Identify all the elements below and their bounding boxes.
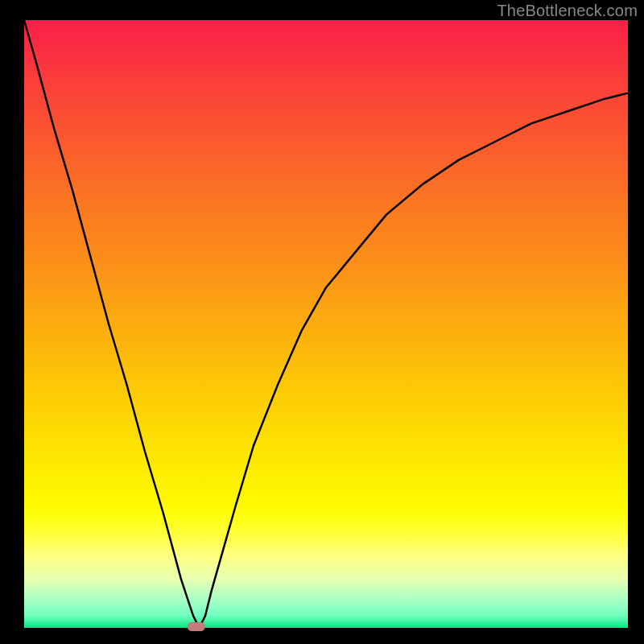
watermark-text: TheBottleneck.com — [497, 2, 638, 20]
bottleneck-chart — [0, 0, 644, 644]
optimal-marker — [188, 622, 205, 631]
plot-background — [24, 20, 628, 628]
chart-container: TheBottleneck.com — [0, 0, 644, 644]
